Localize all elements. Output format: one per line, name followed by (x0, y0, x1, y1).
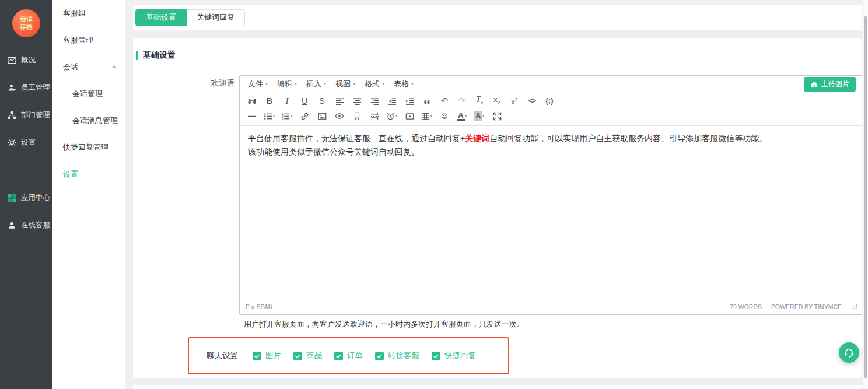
toolbar-button-bold[interactable]: B (262, 94, 277, 108)
submenu-item-session[interactable]: 会话 (52, 54, 125, 80)
sidebar-item-label: 部门管理 (21, 110, 50, 120)
toolbar-button-fullscreen[interactable] (490, 109, 505, 123)
toolbar-button-media[interactable] (402, 109, 417, 123)
chat-option-order[interactable]: 订单 (334, 351, 363, 361)
submenu-item-label: 会话 (63, 62, 78, 72)
submenu-item-settings[interactable]: 设置 (52, 161, 125, 188)
checkbox-checked[interactable] (293, 352, 302, 360)
tabs-card: 基础设置关键词回复 (133, 5, 862, 30)
editor-toolbar-row1: BIUS“↶↷Txx2x2<>{;} (240, 92, 862, 108)
chat-option-label: 转接客服 (388, 351, 419, 361)
toolbar-button-link[interactable] (298, 109, 312, 123)
tab-keyword-reply[interactable]: 关键词回复 (187, 9, 245, 26)
sidebar-item-label: 概况 (21, 55, 36, 65)
toolbar-button-indent[interactable] (402, 94, 417, 108)
logo-line2: 存档 (20, 23, 33, 31)
toolbar-button-find-replace[interactable] (245, 94, 260, 108)
toolbar-button-numbered-list[interactable]: 123▾ (280, 109, 295, 123)
checkbox-checked[interactable] (334, 352, 343, 360)
chat-option-quick-reply[interactable]: 快捷回复 (432, 351, 476, 361)
toolbar-button-page-break[interactable] (368, 109, 382, 123)
page-scrollbar (863, 0, 868, 389)
editor-paragraph: 平台使用客服插件，无法保证客服一直在线，通过自动回复+关键词自动回复功能，可以实… (248, 132, 853, 145)
checkbox-checked[interactable] (253, 352, 261, 360)
submenu-item-session-msg-management[interactable]: 会话消息管理 (52, 107, 125, 134)
editor-toolbar-row2: —▾123▾▾▾☺A▾A▾ (240, 108, 862, 126)
chat-option-product[interactable]: 商品 (293, 351, 322, 361)
toolbar-button-align-right[interactable] (368, 94, 382, 108)
customer-service-float-button[interactable] (839, 342, 859, 363)
chevron-down-icon: ▾ (382, 82, 384, 86)
menubar-item-label: 视图 (335, 79, 351, 89)
sidebar-item-online-service[interactable]: 在线客服 (0, 212, 52, 239)
menubar-item[interactable]: 文件▾ (243, 77, 272, 91)
upload-image-button[interactable]: 上传图片 (804, 77, 856, 92)
text-color-icon: A (457, 111, 465, 121)
toolbar-button-background-color[interactable]: A▾ (473, 109, 487, 123)
chat-option-image[interactable]: 图片 (253, 351, 281, 361)
toolbar-button-strikethrough[interactable]: S (315, 94, 330, 108)
resize-grip-icon[interactable] (852, 304, 857, 309)
sidebar-item-settings[interactable]: 设置 (0, 129, 52, 156)
checkbox-checked[interactable] (375, 352, 384, 360)
toolbar-button-text-color[interactable]: A▾ (455, 109, 470, 123)
logo-line1: 会话 (20, 15, 33, 23)
menubar-item[interactable]: 表格▾ (389, 77, 418, 91)
tab-basic-settings[interactable]: 基础设置 (135, 9, 187, 26)
toolbar-button-insert-datetime[interactable]: ▾ (385, 109, 400, 123)
app-logo: 会话 存档 (12, 9, 40, 37)
menubar-item[interactable]: 视图▾ (331, 77, 360, 91)
toolbar-button-align-left[interactable] (332, 94, 347, 108)
toolbar-button-italic[interactable]: I (280, 94, 295, 108)
checkbox-checked[interactable] (432, 352, 440, 360)
submenu-item-service-management[interactable]: 客服管理 (52, 27, 125, 54)
chevron-down-icon: ▾ (295, 82, 297, 86)
editor-content-area[interactable]: 平台使用客服插件，无法保证客服一直在线，通过自动回复+关键词自动回复功能，可以实… (240, 126, 862, 299)
menubar-item[interactable]: 插入▾ (302, 77, 331, 91)
toolbar-button-outdent[interactable] (385, 94, 400, 108)
menubar-item[interactable]: 编辑▾ (272, 77, 302, 91)
sidebar-item-label: 员工管理 (21, 83, 50, 93)
submenu-item-quick-reply-management[interactable]: 快捷回复管理 (52, 134, 125, 161)
chevron-down-icon: ▾ (272, 114, 275, 118)
submenu-item-session-management[interactable]: 会话管理 (52, 80, 125, 107)
toolbar-button-align-center[interactable] (350, 94, 365, 108)
subscript-icon: x2 (494, 100, 501, 103)
element-path[interactable]: P » SPAN (246, 303, 272, 310)
toolbar-button-source-code[interactable]: <> (525, 94, 540, 108)
toolbar-button-horizontal-rule[interactable]: — (245, 109, 260, 123)
menubar-item[interactable]: 格式▾ (360, 77, 389, 91)
toolbar-button-subscript[interactable]: x2 (490, 94, 505, 108)
toolbar-button-blockquote[interactable]: “ (420, 94, 435, 108)
toolbar-button-undo[interactable]: ↶ (438, 94, 452, 108)
toolbar-button-bullet-list[interactable]: ▾ (262, 109, 277, 123)
welcome-form-row: 欢迎语 文件▾编辑▾插入▾视图▾格式▾表格▾ BIUS“↶↷Txx2x2<>{;… (133, 75, 862, 315)
sidebar-item-employees[interactable]: 员工管理 (0, 74, 52, 101)
toolbar-button-anchor[interactable] (350, 109, 365, 123)
welcome-help-text: 用户打开客服页面，向客户发送欢迎语，一小时内多次打开客服页面，只发送一次。 (244, 319, 862, 330)
toolbar-button-emoticons[interactable]: ☺ (438, 109, 452, 123)
toolbar-button-superscript[interactable]: x2 (508, 94, 522, 108)
tab-label: 基础设置 (146, 12, 176, 23)
scrollbar-thumb[interactable] (864, 16, 867, 378)
sidebar-item-app-center[interactable]: 应用中心 (0, 184, 52, 212)
menubar-item-label: 表格 (394, 79, 409, 89)
chevron-down-icon: ▾ (395, 114, 397, 118)
menubar-item-label: 格式 (365, 79, 380, 89)
menubar-item-label: 插入 (306, 79, 321, 89)
toolbar-button-redo[interactable]: ↷ (455, 94, 470, 108)
submenu-item-service-group[interactable]: 客服组 (52, 0, 125, 27)
sidebar-item-departments[interactable]: 部门管理 (0, 101, 52, 129)
toolbar-button-preview[interactable] (332, 109, 347, 123)
toolbar-button-code-sample[interactable]: {;} (542, 94, 557, 108)
editor-statusbar: P » SPAN 79 WORDS POWERED BY TINYMCE (240, 299, 862, 314)
sidebar-item-overview[interactable]: 概况 (0, 47, 52, 74)
toolbar-button-underline[interactable]: U (298, 94, 312, 108)
find-replace-icon (247, 96, 257, 106)
sidebar-item-label: 应用中心 (21, 193, 50, 203)
blockquote-icon: “ (424, 98, 430, 104)
word-count: 79 WORDS (730, 303, 762, 310)
chat-option-transfer-agent[interactable]: 转接客服 (375, 351, 419, 361)
toolbar-button-image[interactable] (315, 109, 330, 123)
toolbar-button-clear-formatting[interactable]: Tx (473, 94, 487, 108)
